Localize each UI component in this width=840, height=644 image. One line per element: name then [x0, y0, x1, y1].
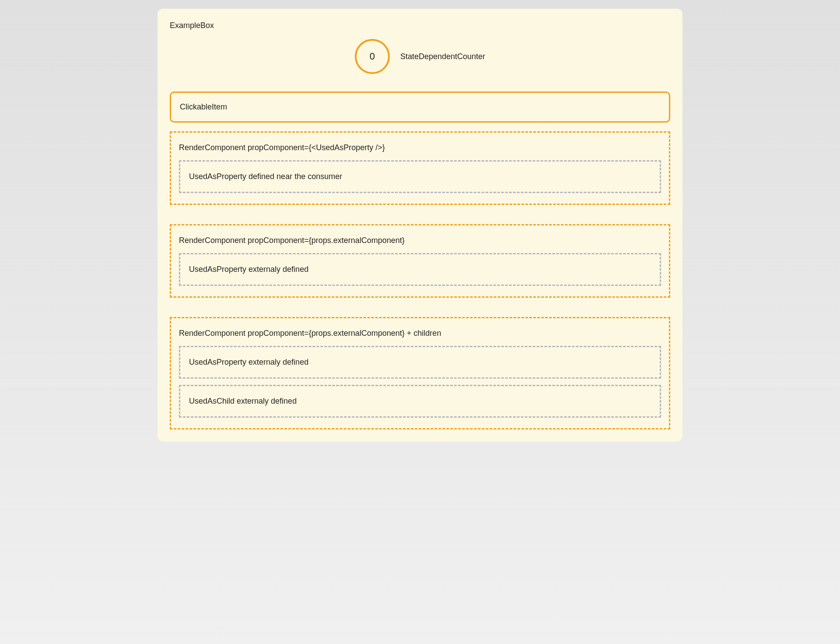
inner-box-label: UsedAsChild externaly defined [189, 397, 297, 405]
example-box: ExampleBox 0 StateDependentCounter Click… [158, 9, 682, 442]
inner-box-label: UsedAsProperty externaly defined [189, 265, 308, 274]
inner-box: UsedAsProperty externaly defined [179, 346, 661, 379]
example-box-title: ExampleBox [170, 21, 670, 30]
clickable-item-label: ClickableItem [180, 102, 227, 111]
counter-label: StateDependentCounter [400, 52, 485, 61]
render-component-2: RenderComponent propComponent={props.ext… [170, 317, 670, 429]
render-component-title: RenderComponent propComponent={<UsedAsPr… [179, 143, 661, 152]
counter-value: 0 [370, 51, 375, 62]
render-component-0: RenderComponent propComponent={<UsedAsPr… [170, 131, 670, 205]
render-component-1: RenderComponent propComponent={props.ext… [170, 224, 670, 298]
inner-box: UsedAsProperty externaly defined [179, 253, 661, 286]
inner-box: UsedAsChild externaly defined [179, 385, 661, 418]
clickable-item[interactable]: ClickableItem [170, 91, 670, 123]
counter-row: 0 StateDependentCounter [170, 39, 670, 74]
counter-circle: 0 [355, 39, 390, 74]
render-component-title: RenderComponent propComponent={props.ext… [179, 329, 661, 338]
inner-box-label: UsedAsProperty defined near the consumer [189, 172, 342, 181]
inner-box: UsedAsProperty defined near the consumer [179, 160, 661, 193]
inner-box-label: UsedAsProperty externaly defined [189, 358, 308, 366]
render-component-title: RenderComponent propComponent={props.ext… [179, 236, 661, 245]
